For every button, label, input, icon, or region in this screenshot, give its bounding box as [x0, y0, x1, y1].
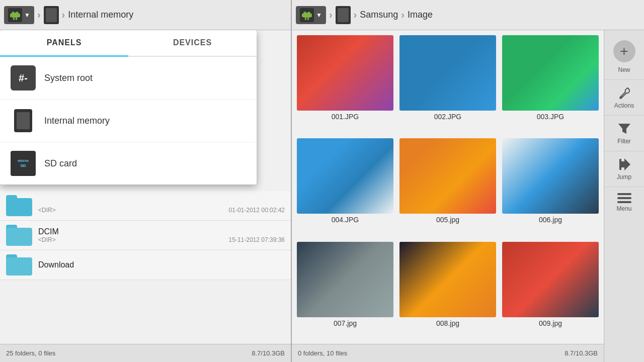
- file-name-dcim: DCIM: [38, 227, 285, 236]
- jump-icon: [617, 157, 631, 171]
- dropdown-overlay: PANELS DEVICES #- System root Internal m…: [0, 30, 257, 185]
- file-meta-dcim: <DIR> 15-11-2012 07:39:36: [38, 236, 285, 243]
- file-item-download[interactable]: Download: [0, 250, 291, 280]
- svg-rect-4: [19, 14, 20, 17]
- image-cell-005jpg[interactable]: 005.jpg: [396, 135, 499, 238]
- image-cell-001jpg[interactable]: 001.JPG: [294, 32, 396, 135]
- image-label-004jpg: 004.JPG: [332, 216, 359, 224]
- image-thumb-006jpg: [502, 138, 599, 214]
- file-info-unnamed: <DIR> 01-01-2012 00:02:42: [38, 198, 285, 214]
- tab-devices[interactable]: DEVICES: [128, 30, 257, 56]
- menu-icon: [617, 193, 631, 203]
- left-storage: 8.7/10.3GB: [252, 349, 285, 357]
- left-folders-count: 25 folders, 0 files: [6, 349, 55, 357]
- svg-rect-20: [617, 201, 631, 203]
- right-breadcrumb-samsung: Samsung: [360, 10, 398, 20]
- image-thumb-008jpg: [399, 242, 496, 317]
- image-thumb-003jpg: [502, 35, 599, 111]
- left-device-button[interactable]: ▼: [4, 6, 34, 24]
- right-status-bar: 0 folders, 10 files 8.7/10.3GB: [292, 344, 604, 362]
- image-label-007jpg: 007.jpg: [334, 319, 357, 327]
- sd-card-label: SD card: [44, 158, 77, 169]
- image-grid: 001.JPG002.JPG003.JPG004.JPG005.jpg006.j…: [292, 30, 604, 344]
- left-status-bar: 25 folders, 0 files 8.7/10.3GB: [0, 344, 291, 362]
- svg-rect-19: [617, 197, 631, 199]
- right-breadcrumb-arrow1: ›: [329, 9, 333, 21]
- svg-rect-13: [307, 18, 309, 20]
- left-breadcrumb-arrow2: ›: [62, 9, 65, 21]
- svg-marker-15: [618, 124, 630, 134]
- file-info-dcim: DCIM <DIR> 15-11-2012 07:39:36: [38, 227, 285, 243]
- file-date-dcim: 15-11-2012 07:39:36: [229, 236, 285, 243]
- file-list: <DIR> 01-01-2012 00:02:42 DCIM <DIR> 15-…: [0, 191, 291, 344]
- left-tablet-icon: [44, 6, 59, 24]
- sidebar-new-button[interactable]: + New: [604, 34, 645, 80]
- right-android-icon: [300, 8, 314, 22]
- svg-rect-3: [10, 14, 12, 17]
- right-device-chevron: ▼: [316, 12, 322, 19]
- file-type-dcim: <DIR>: [38, 236, 56, 243]
- image-label-001jpg: 001.JPG: [332, 113, 359, 121]
- dropdown-item-system-root[interactable]: #- System root: [0, 57, 257, 100]
- svg-rect-11: [310, 14, 312, 17]
- svg-rect-9: [303, 13, 311, 18]
- left-device-chevron: ▼: [24, 12, 30, 19]
- filter-icon: [617, 122, 631, 136]
- right-panel: 001.JPG002.JPG003.JPG004.JPG005.jpg006.j…: [292, 30, 604, 362]
- image-cell-004jpg[interactable]: 004.JPG: [294, 135, 396, 238]
- sidebar-actions-label: Actions: [614, 102, 634, 109]
- svg-point-14: [620, 96, 622, 98]
- file-date-unnamed: 01-01-2012 00:02:42: [229, 207, 285, 214]
- sidebar: + New Actions Filter Jump: [604, 30, 644, 362]
- internal-memory-icon: [10, 108, 36, 134]
- svg-rect-5: [13, 18, 15, 20]
- left-breadcrumb-text: Internal memory: [68, 10, 133, 20]
- right-breadcrumb-arrow3: ›: [401, 9, 405, 21]
- sidebar-menu-label: Menu: [616, 205, 631, 212]
- right-panel-bar: ▼ › › Samsung › Image: [292, 0, 644, 30]
- system-root-label: System root: [44, 73, 93, 83]
- sidebar-actions-button[interactable]: Actions: [604, 80, 645, 116]
- dropdown-item-sd-card[interactable]: microSD SD card: [0, 142, 257, 185]
- file-name-download: Download: [38, 260, 285, 269]
- image-cell-002jpg[interactable]: 002.JPG: [396, 32, 499, 135]
- right-tablet-icon: [336, 6, 351, 24]
- image-thumb-007jpg: [297, 242, 393, 317]
- file-name-unnamed: [38, 198, 285, 207]
- image-cell-009jpg[interactable]: 009.jpg: [499, 239, 602, 342]
- right-storage: 8.7/10.3GB: [565, 349, 598, 357]
- folder-icon-unnamed: [6, 195, 32, 216]
- image-cell-007jpg[interactable]: 007.jpg: [294, 239, 396, 342]
- sd-card-icon: microSD: [10, 150, 36, 176]
- image-label-005jpg: 005.jpg: [436, 216, 459, 224]
- file-item-dcim[interactable]: DCIM <DIR> 15-11-2012 07:39:36: [0, 221, 291, 250]
- sidebar-filter-label: Filter: [617, 138, 631, 145]
- image-cell-003jpg[interactable]: 003.JPG: [499, 32, 602, 135]
- wrench-icon: [617, 86, 631, 100]
- right-folders-count: 0 folders, 10 files: [298, 349, 347, 357]
- sidebar-jump-button[interactable]: Jump: [604, 151, 645, 187]
- left-panel: PANELS DEVICES #- System root Internal m…: [0, 30, 292, 362]
- folder-icon-dcim: [6, 225, 32, 246]
- sidebar-filter-button[interactable]: Filter: [604, 116, 645, 151]
- svg-rect-17: [619, 159, 621, 170]
- android-icon: [8, 8, 22, 22]
- file-type-unnamed: <DIR>: [38, 207, 56, 214]
- top-bar: ▼ › › Internal memory ▼ ›: [0, 0, 644, 30]
- svg-rect-10: [302, 14, 303, 17]
- main-content: PANELS DEVICES #- System root Internal m…: [0, 30, 644, 362]
- image-cell-008jpg[interactable]: 008.jpg: [396, 239, 499, 342]
- image-cell-006jpg[interactable]: 006.jpg: [499, 135, 602, 238]
- image-label-006jpg: 006.jpg: [539, 216, 562, 224]
- dropdown-item-internal-memory[interactable]: Internal memory: [0, 100, 257, 142]
- image-thumb-001jpg: [297, 35, 393, 111]
- new-plus-icon: +: [613, 40, 635, 62]
- svg-rect-12: [305, 18, 306, 20]
- right-device-button[interactable]: ▼: [296, 6, 326, 24]
- tab-panels[interactable]: PANELS: [0, 30, 128, 57]
- sidebar-menu-button[interactable]: Menu: [604, 187, 645, 218]
- right-breadcrumb-arrow2: ›: [354, 9, 357, 21]
- system-root-icon: #-: [10, 65, 36, 91]
- left-panel-bar: ▼ › › Internal memory: [0, 0, 292, 30]
- file-item-unnamed[interactable]: <DIR> 01-01-2012 00:02:42: [0, 191, 291, 221]
